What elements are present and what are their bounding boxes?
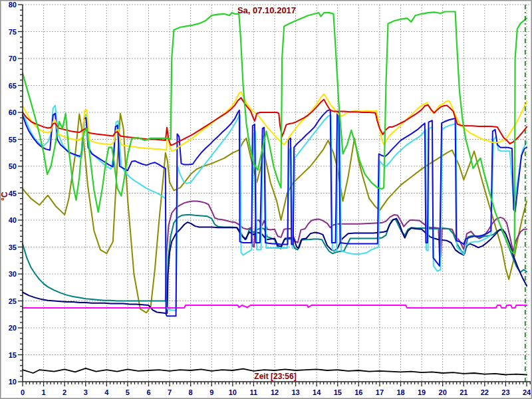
- x-tick-label: 1: [42, 388, 46, 396]
- x-tick-label: 10: [229, 388, 237, 396]
- y-tick-label: 50: [9, 162, 17, 170]
- y-tick-label: 75: [9, 28, 17, 36]
- x-tick-label: 20: [439, 388, 447, 396]
- y-tick-label: 15: [9, 351, 17, 359]
- y-tick-label: 60: [9, 108, 17, 116]
- y-tick-label: 70: [9, 55, 17, 63]
- x-tick-label: 19: [418, 388, 426, 396]
- chart-window: 1015202530354045505560657075800123456789…: [0, 0, 532, 399]
- x-tick-label: 8: [189, 388, 193, 396]
- x-tick-label: 5: [126, 388, 130, 396]
- x-tick-label: 0: [21, 388, 25, 396]
- y-tick-label: 20: [9, 324, 17, 332]
- temperature-line-chart: 1015202530354045505560657075800123456789…: [1, 1, 532, 399]
- y-tick-label: 65: [9, 82, 17, 90]
- x-tick-label: 13: [291, 388, 299, 396]
- x-tick-label: 9: [209, 388, 213, 396]
- y-tick-label: 10: [9, 378, 17, 386]
- x-tick-label: 15: [334, 388, 342, 396]
- x-tick-label: 23: [501, 388, 509, 396]
- x-tick-label: 2: [63, 388, 66, 396]
- y-tick-label: 35: [9, 243, 17, 251]
- x-tick-label: 11: [250, 388, 258, 396]
- y-tick-label: 25: [9, 297, 17, 305]
- y-tick-label: 30: [9, 270, 17, 278]
- y-tick-label: 40: [9, 216, 17, 224]
- x-tick-label: 14: [313, 388, 321, 396]
- series-purple-line: [166, 201, 527, 301]
- x-tick-label: 24: [523, 388, 531, 396]
- series-magenta-line: [23, 305, 527, 308]
- x-tick-label: 16: [354, 388, 362, 396]
- y-tick-label: 80: [9, 1, 17, 9]
- x-tick-label: 21: [460, 388, 467, 396]
- y-tick-label: 45: [9, 190, 17, 198]
- x-tick-label: 6: [146, 388, 150, 396]
- x-tick-label: 18: [396, 388, 404, 396]
- y-tick-label: 55: [9, 136, 17, 144]
- x-tick-label: 22: [481, 388, 489, 396]
- x-tick-label: 7: [168, 388, 172, 396]
- x-tick-label: 12: [271, 388, 279, 396]
- x-tick-label: 3: [84, 388, 88, 396]
- x-tick-label: 4: [104, 388, 109, 396]
- x-tick-label: 17: [376, 388, 384, 396]
